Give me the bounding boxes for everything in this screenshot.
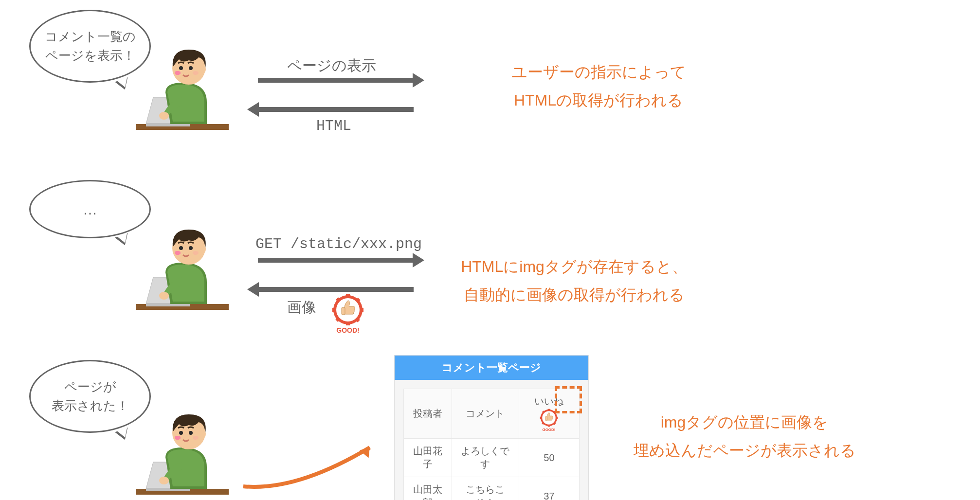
arrow-right-icon <box>258 258 414 263</box>
curved-arrow-icon <box>238 438 384 496</box>
explain-line: ユーザーの指示によって <box>491 58 706 87</box>
col-likes: いいね <box>519 389 579 439</box>
cell-likes: 50 <box>519 439 579 477</box>
bubble-text: … <box>83 198 97 220</box>
arrow-left-icon <box>258 107 414 112</box>
explain-line: HTMLにimgタグが存在すると、 <box>438 253 710 281</box>
cell-comment: こちらこそ！ <box>452 477 519 500</box>
page-preview: コメント一覧ページ 投稿者 コメント いいね 山田花子 よろしくで <box>394 355 589 500</box>
arrow-label-image: 画像 <box>287 298 316 318</box>
cell-comment: よろしくです <box>452 439 519 477</box>
cell-likes: 37 <box>519 477 579 500</box>
preview-title: コメント一覧ページ <box>395 356 588 380</box>
arrow-left-icon <box>258 287 414 292</box>
explanation-2: HTMLにimgタグが存在すると、 自動的に画像の取得が行われる <box>438 253 710 309</box>
step-3-rendered-page: ページが 表示された！ コメント一覧ページ 投稿者 コメント いいね <box>0 350 980 496</box>
speech-bubble-3: ページが 表示された！ <box>29 360 151 433</box>
table-row: 山田花子 よろしくです 50 <box>404 439 580 477</box>
person-icon <box>136 224 229 321</box>
cell-author: 山田花子 <box>404 439 452 477</box>
table-row: 山田太郎 こちらこそ！ 37 <box>404 477 580 500</box>
table-header-row: 投稿者 コメント いいね <box>404 389 580 439</box>
speech-bubble-2: … <box>29 180 151 238</box>
bubble-text: ページが 表示された！ <box>52 377 129 415</box>
explain-line: 自動的に画像の取得が行われる <box>438 281 710 309</box>
step-2-fetch-image: … GET /static/xxx.png 画像 HTMLにimgタグが存在する… <box>0 170 980 326</box>
explanation-1: ユーザーの指示によって HTMLの取得が行われる <box>491 58 706 114</box>
likes-label: いいね <box>534 396 563 407</box>
good-stamp-icon <box>331 293 365 337</box>
arrow-label-request: ページの表示 <box>287 56 376 76</box>
col-comment: コメント <box>452 389 519 439</box>
cell-author: 山田太郎 <box>404 477 452 500</box>
arrow-label-response: HTML <box>316 118 351 134</box>
explain-line: imgタグの位置に画像を <box>623 409 866 437</box>
bubble-text: コメント一覧の ページを表示！ <box>45 27 136 65</box>
good-stamp-icon <box>539 408 559 432</box>
person-icon <box>136 44 229 141</box>
speech-bubble-1: コメント一覧の ページを表示！ <box>29 10 151 83</box>
person-icon <box>136 409 229 500</box>
explanation-3: imgタグの位置に画像を 埋め込んだページが表示される <box>623 409 866 464</box>
explain-line: 埋め込んだページが表示される <box>623 437 866 465</box>
arrow-right-icon <box>258 78 414 83</box>
step-1-request-html: コメント一覧の ページを表示！ ページの表示 HTML ユーザーの指示によって … <box>0 10 980 156</box>
explain-line: HTMLの取得が行われる <box>491 87 706 115</box>
preview-body: 投稿者 コメント いいね 山田花子 よろしくです 50 <box>395 380 588 500</box>
arrow-label-get: GET /static/xxx.png <box>255 236 422 252</box>
col-author: 投稿者 <box>404 389 452 439</box>
comments-table: 投稿者 コメント いいね 山田花子 よろしくです 50 <box>403 389 580 500</box>
